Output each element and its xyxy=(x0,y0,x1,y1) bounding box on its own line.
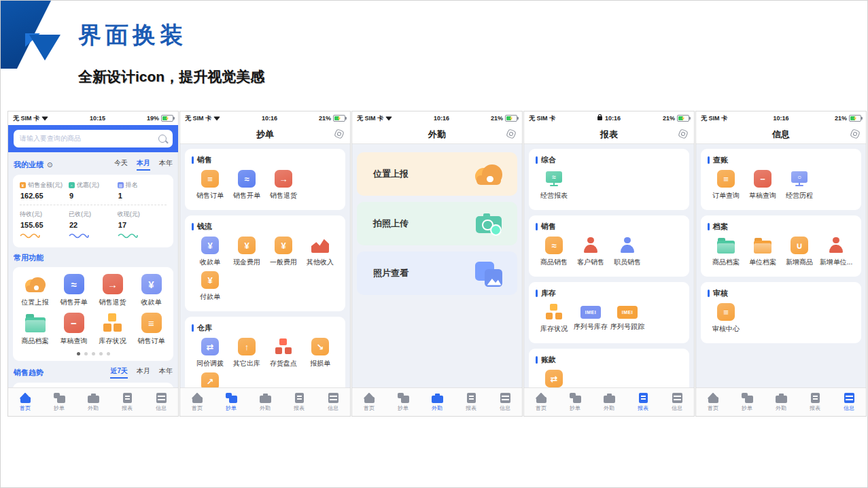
gear-icon[interactable] xyxy=(678,128,689,139)
stat-icon: ¥ xyxy=(20,182,26,188)
tab-item-report[interactable]: 报表 xyxy=(110,393,144,412)
tab-item-report[interactable]: 报表 xyxy=(626,393,660,412)
function-label: 付款单 xyxy=(200,292,220,302)
function-item[interactable]: ≡销售订单 xyxy=(192,170,228,201)
tab-item-report[interactable]: 报表 xyxy=(798,393,832,412)
function-item[interactable]: ≡审核中心 xyxy=(708,303,744,334)
gear-icon[interactable] xyxy=(850,128,861,139)
function-item[interactable]: 单位档案 xyxy=(744,237,781,267)
briefcase-icon xyxy=(604,393,615,403)
tab-item-home[interactable]: 首页 xyxy=(352,393,386,412)
function-item[interactable]: 客户销售 xyxy=(572,237,609,267)
tab-item-home[interactable]: 首页 xyxy=(8,393,42,412)
function-item[interactable]: 职员销售 xyxy=(609,237,646,267)
function-item[interactable]: ↗报溢单 xyxy=(192,372,228,387)
function-item[interactable]: ≡销售订单 xyxy=(132,313,171,346)
function-item[interactable]: →销售退货 xyxy=(265,170,302,201)
tab-item-copy-order[interactable]: 抄单 xyxy=(558,393,592,412)
section-title: 查账 xyxy=(713,155,728,165)
battery-icon xyxy=(333,115,345,122)
function-item[interactable]: ↑其它出库 xyxy=(228,338,265,368)
function-item[interactable]: ∪新增商品 xyxy=(781,237,818,267)
tab-item-copy-order[interactable]: 抄单 xyxy=(730,393,764,412)
tab-item-home[interactable]: 首页 xyxy=(180,393,214,412)
section-header: 账款 xyxy=(536,355,682,365)
add-unit-icon xyxy=(827,237,845,254)
function-item[interactable]: ¥收款单 xyxy=(132,274,171,307)
function-label: 草稿查询 xyxy=(60,336,88,346)
function-item[interactable]: −草稿查询 xyxy=(744,170,781,201)
function-item[interactable]: ¥一般费用 xyxy=(265,237,302,267)
product-archive-icon xyxy=(25,313,46,333)
function-item[interactable]: ↘报损单 xyxy=(302,338,338,368)
eye-icon[interactable]: ⊙ xyxy=(47,161,52,169)
tab-item-home[interactable]: 首页 xyxy=(696,393,730,412)
tab-item-info[interactable]: 信息 xyxy=(316,393,350,412)
search-input[interactable]: 请输入要查询的商品 xyxy=(14,130,173,147)
function-item[interactable]: ○经营历程 xyxy=(781,170,818,201)
tab-item-info[interactable]: 信息 xyxy=(832,393,866,412)
function-item[interactable]: ≈商品销售 xyxy=(536,237,572,267)
tab-item-briefcase[interactable]: 外勤 xyxy=(592,393,626,412)
function-item[interactable]: 存货盘点 xyxy=(265,338,302,368)
function-item[interactable]: ¥收款单 xyxy=(192,237,228,267)
gear-icon[interactable] xyxy=(506,128,517,139)
mini-wave-chart xyxy=(69,232,89,239)
pagination-dot[interactable] xyxy=(77,352,80,355)
pagination-dot[interactable] xyxy=(107,352,110,355)
tab-item-copy-order[interactable]: 抄单 xyxy=(42,393,76,412)
function-label: 草稿查询 xyxy=(749,191,776,201)
briefcase-icon xyxy=(88,393,99,403)
function-item[interactable]: ≈销售开单 xyxy=(54,274,93,307)
tab-item-briefcase[interactable]: 外勤 xyxy=(764,393,798,412)
function-item[interactable]: ≈经营报表 xyxy=(536,170,572,201)
pagination-dot[interactable] xyxy=(84,352,88,355)
trend-tab[interactable]: 本年 xyxy=(159,366,173,379)
function-item[interactable]: ¥付款单 xyxy=(192,271,228,302)
performance-tab[interactable]: 本月 xyxy=(137,158,150,171)
function-item[interactable]: 商品档案 xyxy=(16,313,54,346)
function-item[interactable]: ¥现金费用 xyxy=(228,237,265,267)
business-report-icon: ≈ xyxy=(545,170,563,188)
tab-item-briefcase[interactable]: 外勤 xyxy=(248,393,282,412)
trend-tab[interactable]: 本月 xyxy=(137,366,150,379)
function-item[interactable]: 其他收入 xyxy=(302,237,338,267)
function-item[interactable]: 新增单位... xyxy=(818,237,854,267)
performance-tab[interactable]: 本年 xyxy=(159,158,173,171)
performance-tab[interactable]: 今天 xyxy=(114,158,128,171)
tab-item-briefcase[interactable]: 外勤 xyxy=(420,393,454,412)
gear-icon[interactable] xyxy=(334,128,345,139)
tab-item-info[interactable]: 信息 xyxy=(488,393,522,412)
tab-item-report[interactable]: 报表 xyxy=(282,393,316,412)
function-item[interactable]: 商品档案 xyxy=(708,237,744,267)
tab-item-briefcase[interactable]: 外勤 xyxy=(76,393,110,412)
tab-item-report[interactable]: 报表 xyxy=(454,393,488,412)
pagination-dot[interactable] xyxy=(99,352,103,355)
tab-item-info[interactable]: 信息 xyxy=(660,393,694,412)
tab-item-copy-order[interactable]: 抄单 xyxy=(214,393,248,412)
banner-photo-upload[interactable]: 拍照上传 xyxy=(357,202,517,245)
tab-item-home[interactable]: 首页 xyxy=(524,393,558,412)
trend-tab[interactable]: 近7天 xyxy=(110,366,128,379)
function-item[interactable]: 库存状况 xyxy=(536,303,572,334)
wifi-icon xyxy=(213,116,220,121)
function-item[interactable]: ⇄同价调拨 xyxy=(192,338,228,368)
function-item[interactable]: ≡订单查询 xyxy=(708,170,744,201)
function-item[interactable]: 库存状况 xyxy=(93,313,132,346)
function-item[interactable]: IMEI序列号跟踪 xyxy=(609,303,646,334)
tab-item-info[interactable]: 信息 xyxy=(144,393,178,412)
pagination-dot[interactable] xyxy=(92,352,95,355)
banner-photo-view[interactable]: 照片查看 xyxy=(357,251,517,295)
banner-location-report[interactable]: 位置上报 xyxy=(357,152,517,196)
tab-item-copy-order[interactable]: 抄单 xyxy=(386,393,420,412)
order-query-icon: ≡ xyxy=(717,170,735,188)
info-icon xyxy=(500,393,511,403)
function-item[interactable]: −草稿查询 xyxy=(54,313,93,346)
function-item[interactable]: IMEI序列号库存 xyxy=(572,303,609,334)
function-item[interactable]: ⇄应收应付 xyxy=(536,370,572,387)
battery-icon xyxy=(677,115,689,122)
function-item[interactable]: →销售退货 xyxy=(93,274,132,307)
function-item[interactable]: ≈销售开单 xyxy=(228,170,265,201)
function-item[interactable]: 位置上报 xyxy=(16,274,54,307)
screen-body: 查账≡订单查询−草稿查询○经营历程档案商品档案单位档案∪新增商品新增单位...审… xyxy=(696,144,866,387)
